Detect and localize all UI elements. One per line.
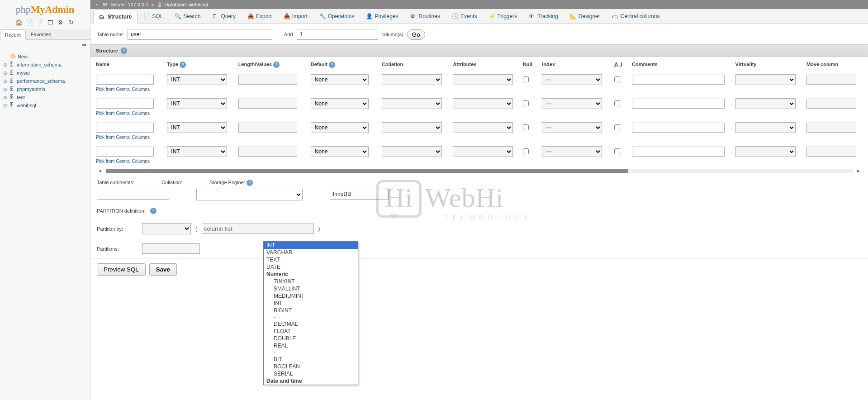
help-icon[interactable]: ? [121, 48, 127, 54]
type-option[interactable]: FLOAT [264, 328, 358, 335]
col-ai-checkbox[interactable] [614, 100, 620, 106]
col-ai-checkbox[interactable] [614, 124, 620, 130]
tab-import[interactable]: 📥Import [278, 9, 313, 23]
help-icon[interactable]: ? [180, 62, 186, 68]
logout-icon[interactable]: 📄 [26, 19, 33, 26]
tab-operations[interactable]: 🔧Operations [313, 9, 360, 23]
col-default-select[interactable]: None [311, 98, 369, 109]
preview-sql-button[interactable]: Preview SQL [97, 263, 146, 276]
save-button[interactable]: Save [149, 263, 177, 276]
expand-icon[interactable]: ⊞ [2, 95, 8, 100]
expand-icon[interactable]: ⊞ [2, 79, 8, 84]
col-default-select[interactable]: None [311, 122, 369, 133]
col-length-input[interactable] [238, 99, 297, 109]
tab-events[interactable]: 🕒Events [446, 9, 483, 23]
type-option[interactable]: REAL [264, 342, 358, 349]
type-option[interactable]: MEDIUMINT [264, 292, 358, 300]
col-attributes-select[interactable] [453, 146, 513, 157]
sql-icon[interactable]: 🗔 [47, 19, 54, 26]
storage-engine-input[interactable] [330, 189, 389, 200]
type-option[interactable]: INT [264, 242, 358, 249]
col-comments-input[interactable] [632, 75, 725, 85]
col-name-input[interactable] [96, 123, 154, 133]
pick-central-link[interactable]: Pick from Central Columns [90, 134, 868, 143]
col-length-input[interactable] [238, 75, 297, 85]
collapse-icon[interactable]: ⇔ [82, 42, 86, 48]
home-icon[interactable]: 🏠 [15, 19, 23, 26]
help-icon[interactable]: ? [150, 208, 157, 214]
col-virtuality-select[interactable] [735, 98, 796, 109]
reload-icon[interactable]: ↻ [67, 19, 75, 26]
type-option[interactable]: BOOLEAN [264, 363, 358, 370]
col-index-select[interactable]: --- [542, 74, 602, 85]
col-comments-input[interactable] [632, 99, 725, 109]
type-option[interactable]: DATE [264, 263, 358, 271]
col-index-select[interactable]: --- [542, 122, 602, 133]
tree-db-performance_schema[interactable]: ⊞🗄 performance_schema [2, 77, 88, 85]
type-option[interactable]: VARCHAR [264, 249, 358, 256]
type-option[interactable]: TINYINT [264, 278, 358, 285]
tree-db-phpmyadmin[interactable]: ⊞🗄 phpmyadmin [2, 85, 88, 93]
scroll-left-icon[interactable]: ◄ [96, 168, 104, 173]
tab-sql[interactable]: 📄SQL [138, 9, 169, 23]
expand-icon[interactable]: ⊞ [2, 62, 8, 67]
type-option[interactable]: DECIMAL [264, 320, 358, 328]
expand-icon[interactable]: ⊞ [2, 71, 8, 76]
col-move-input[interactable] [806, 147, 856, 157]
col-type-select[interactable]: INT [167, 74, 227, 85]
col-virtuality-select[interactable] [735, 122, 796, 133]
collapse-icon[interactable]: ⊟ [2, 103, 8, 108]
help-icon[interactable]: ? [329, 62, 335, 68]
col-virtuality-select[interactable] [735, 74, 796, 85]
tab-favorites[interactable]: Favorites [26, 29, 56, 39]
col-virtuality-select[interactable] [735, 146, 796, 157]
col-attributes-select[interactable] [453, 74, 513, 85]
tab-structure[interactable]: 🗂Structure [93, 10, 138, 24]
type-option[interactable]: INT [264, 300, 358, 307]
type-option[interactable]: DOUBLE [264, 335, 358, 342]
col-length-input[interactable] [238, 147, 297, 157]
tab-export[interactable]: 📤Export [242, 9, 278, 23]
col-index-select[interactable]: --- [542, 146, 602, 157]
tab-triggers[interactable]: ⚡Triggers [483, 9, 523, 23]
add-columns-input[interactable] [297, 29, 378, 40]
tab-query[interactable]: 🗒Query [206, 9, 242, 23]
help-icon[interactable]: ? [273, 62, 280, 68]
col-collation-select[interactable] [382, 122, 442, 133]
type-dropdown[interactable]: INT VARCHAR TEXT DATE Numeric TINYINT SM… [263, 241, 358, 385]
col-collation-select[interactable] [382, 98, 442, 109]
col-move-input[interactable] [806, 99, 856, 109]
tree-new[interactable]: 🔆 New [2, 52, 88, 61]
settings-icon[interactable]: ⚙ [57, 19, 64, 26]
col-null-checkbox[interactable] [523, 100, 529, 106]
col-default-select[interactable]: None [311, 74, 369, 85]
collation-select[interactable] [196, 189, 303, 200]
partition-columns-input[interactable] [202, 224, 314, 234]
col-attributes-select[interactable] [453, 122, 513, 133]
type-option[interactable]: BIT [264, 356, 358, 363]
expand-icon[interactable]: ⊞ [2, 87, 8, 92]
col-null-checkbox[interactable] [523, 124, 529, 130]
col-collation-select[interactable] [382, 74, 442, 85]
type-option[interactable]: SMALLINT [264, 285, 358, 292]
nav-left-icon[interactable]: ← [95, 2, 100, 7]
col-name-input[interactable] [96, 99, 154, 109]
col-move-input[interactable] [806, 123, 856, 133]
phpmyadmin-logo[interactable]: phpMyAdmin [0, 0, 90, 17]
col-null-checkbox[interactable] [523, 148, 529, 154]
pick-central-link[interactable]: Pick from Central Columns [90, 158, 868, 167]
tree-db-test[interactable]: ⊞🗄 test [2, 93, 88, 101]
col-ai-checkbox[interactable] [614, 148, 620, 154]
tab-recent[interactable]: Recent [0, 29, 26, 40]
docs-icon[interactable]: ❔ [36, 19, 43, 26]
col-collation-select[interactable] [382, 146, 442, 157]
col-length-input[interactable] [238, 123, 297, 133]
col-name-input[interactable] [96, 75, 154, 85]
tab-designer[interactable]: 📐Designer [564, 9, 606, 23]
pick-central-link[interactable]: Pick from Central Columns [90, 110, 868, 119]
go-button[interactable]: Go [407, 29, 425, 40]
col-type-select[interactable]: INT [167, 146, 227, 157]
col-move-input[interactable] [806, 75, 856, 85]
tab-privileges[interactable]: 👤Privileges [360, 9, 404, 23]
col-attributes-select[interactable] [453, 98, 513, 109]
